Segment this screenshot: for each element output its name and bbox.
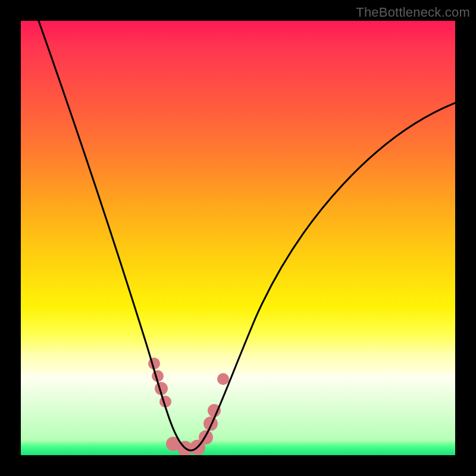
plot-area: [21, 21, 455, 455]
svg-point-0: [148, 358, 160, 369]
svg-point-6: [190, 440, 205, 455]
curve-black: [39, 21, 455, 450]
svg-point-7: [199, 430, 213, 444]
svg-point-10: [217, 373, 229, 385]
svg-point-3: [159, 396, 171, 408]
svg-point-8: [203, 416, 218, 431]
svg-point-9: [208, 404, 221, 417]
svg-point-2: [155, 382, 168, 395]
marker-group: [148, 358, 229, 455]
svg-point-1: [152, 370, 164, 382]
chart-frame: TheBottleneck.com: [0, 0, 476, 476]
svg-point-5: [177, 441, 193, 455]
watermark-text: TheBottleneck.com: [356, 5, 470, 20]
chart-svg: [21, 21, 455, 455]
svg-point-4: [166, 437, 180, 451]
